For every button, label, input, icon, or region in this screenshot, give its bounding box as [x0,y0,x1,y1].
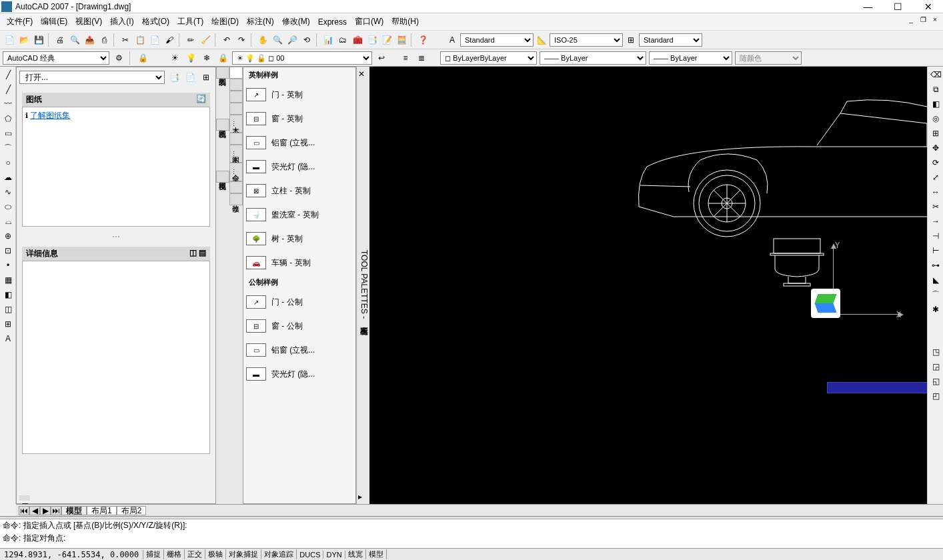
layers2-icon[interactable]: ≣ [415,51,428,65]
vtab-draw[interactable]: 绘图 [229,181,243,193]
join-icon[interactable]: ⊶ [929,259,942,272]
tab-last[interactable]: ⏭ [51,506,61,515]
ucs2-icon[interactable]: ◲ [929,360,942,373]
tp-fluorescent-metric[interactable]: ▬荧光灯 (隐... [243,362,355,386]
dyn-toggle[interactable]: DYN [323,551,345,559]
scale-icon[interactable]: ⤢ [929,171,942,184]
tab-next[interactable]: ▶ [40,506,51,515]
match-icon[interactable]: 🖌 [163,33,176,47]
menu-dimension[interactable]: 标注(N) [247,16,274,27]
vtab-struct[interactable]: 结构 [229,133,243,145]
close-button[interactable]: ✕ [913,0,943,13]
sheet-open-combo[interactable]: 打开... [19,71,165,84]
ucs3-icon[interactable]: ◱ [929,375,942,388]
layer-off-icon[interactable]: 🔒 [216,51,229,65]
erase-icon[interactable]: ⌫ [929,68,942,81]
tab-model[interactable]: 模型 [61,506,87,515]
menu-express[interactable]: Express [318,17,347,27]
pline-icon[interactable]: 〰 [1,97,15,111]
menu-insert[interactable]: 插入(I) [110,16,133,27]
detail-btn2[interactable]: ▤ [199,248,206,257]
ortho-toggle[interactable]: 正交 [185,549,205,559]
menu-window[interactable]: 窗口(W) [355,16,383,27]
undo-icon[interactable]: ↶ [220,33,233,47]
trim-icon[interactable]: ✂ [929,200,942,213]
zoom-win-icon[interactable]: 🔎 [285,33,299,47]
plot-icon[interactable]: ⎙ [97,33,111,47]
textstyle-icon[interactable]: A [445,33,459,47]
learn-sheetset-link[interactable]: 了解图纸集 [30,111,70,120]
command-input[interactable] [65,533,940,544]
zoom-prev-icon[interactable]: ⟲ [300,33,313,47]
array-icon[interactable]: ⊞ [929,127,942,140]
model-toggle[interactable]: 模型 [366,549,387,559]
layer-freeze-icon[interactable]: ❄ [200,51,213,65]
tool-palette-title[interactable]: ✕ TOOL PALETTES - 所有选项板 ▸ [356,67,369,504]
mtext-icon[interactable]: A [1,332,15,345]
maximize-button[interactable]: ☐ [883,0,913,13]
revcloud-icon[interactable]: ☁ [1,171,15,184]
calc-icon[interactable]: 🧮 [395,33,408,47]
tab-prev[interactable]: ◀ [29,506,40,515]
menu-format[interactable]: 格式(O) [142,16,169,27]
tp-alwindow-imperial[interactable]: ▭铝窗 (立视... [243,131,355,155]
explode-icon[interactable]: ✱ [929,303,942,316]
tp-window-imperial[interactable]: ⊟窗 - 英制 [243,107,355,131]
zoom-rt-icon[interactable]: 🔍 [271,33,284,47]
workspace-combo[interactable]: AutoCAD 经典 [3,51,109,65]
doc-close[interactable]: × [930,16,940,25]
grid-toggle[interactable]: 栅格 [164,549,185,559]
table-style-combo[interactable]: Standard [639,33,702,47]
sheet-btn2[interactable]: 📄 [183,71,197,84]
layer-mgr-icon[interactable]: ☀ [168,51,181,65]
tp-icon[interactable]: 🧰 [351,33,364,47]
save-icon[interactable]: 💾 [32,33,45,47]
ellipsearc-icon[interactable]: ⌓ [1,215,15,228]
line-icon[interactable]: ╱ [1,68,15,81]
linetype-combo[interactable]: —— ByLayer [540,51,646,65]
offset-icon[interactable]: ◎ [929,112,942,125]
point-icon[interactable]: • [1,259,15,272]
sheet-btn1[interactable]: 📑 [167,71,181,84]
clean-icon[interactable]: 🧹 [199,33,212,47]
copy-icon[interactable]: 📋 [133,33,147,47]
menu-file[interactable]: 文件(F) [7,16,33,27]
polygon-icon[interactable]: ⬠ [1,112,15,125]
insert-icon[interactable]: ⊕ [1,229,15,243]
ws-settings-icon[interactable]: ⚙ [112,51,125,65]
help-icon[interactable]: ❓ [416,33,429,47]
detail-btn1[interactable]: ◫ [189,248,197,257]
brush-icon[interactable]: ✏ [184,33,197,47]
new-icon[interactable]: 📄 [3,33,16,47]
mirror-icon[interactable]: ◧ [929,97,942,111]
vtab-elec[interactable]: 电力 [229,103,243,115]
vtab-arch[interactable]: 建筑 [229,79,243,91]
tp-window-metric[interactable]: ⊟窗 - 公制 [243,314,355,338]
vtab-sheet-views[interactable]: 图纸视图 [216,119,229,131]
fillet-icon[interactable]: ⌒ [929,288,942,301]
extend-icon[interactable]: → [929,215,942,228]
tp-alwindow-metric[interactable]: ▭铝窗 (立视... [243,338,355,362]
table-icon[interactable]: ⊞ [1,317,15,331]
redo-icon[interactable]: ↷ [235,33,248,47]
menu-draw[interactable]: 绘图(D) [211,16,239,27]
arc-icon[interactable]: ⌒ [1,141,15,155]
tp-vehicle-imperial[interactable]: 🚗车辆 - 英制 [243,251,355,275]
break2-icon[interactable]: ⊢ [929,244,942,257]
tablestyle-icon[interactable]: ⊞ [624,33,638,47]
copy-obj-icon[interactable]: ⧉ [929,83,942,96]
coordinates-display[interactable]: 1294.8931, -641.5534, 0.0000 [0,550,143,559]
polar-toggle[interactable]: 极轴 [205,549,226,559]
tp-lavatory-imperial[interactable]: 🚽盥洗室 - 英制 [243,203,355,227]
minimize-button[interactable]: — [853,0,883,13]
markup-icon[interactable]: 📝 [380,33,393,47]
lineweight-combo[interactable]: —— ByLayer [649,51,732,65]
hatch-icon[interactable]: ▦ [1,273,15,287]
chamfer-icon[interactable]: ◣ [929,273,942,287]
properties-icon[interactable]: 📊 [321,33,335,47]
refresh-icon[interactable]: 🔄 [196,94,206,105]
tp-props-icon[interactable]: ▸ [358,492,362,501]
break-icon[interactable]: ⊣ [929,229,942,243]
tp-door-imperial[interactable]: ↗门 - 英制 [243,83,355,107]
ucs-icon[interactable]: ◳ [929,345,942,359]
